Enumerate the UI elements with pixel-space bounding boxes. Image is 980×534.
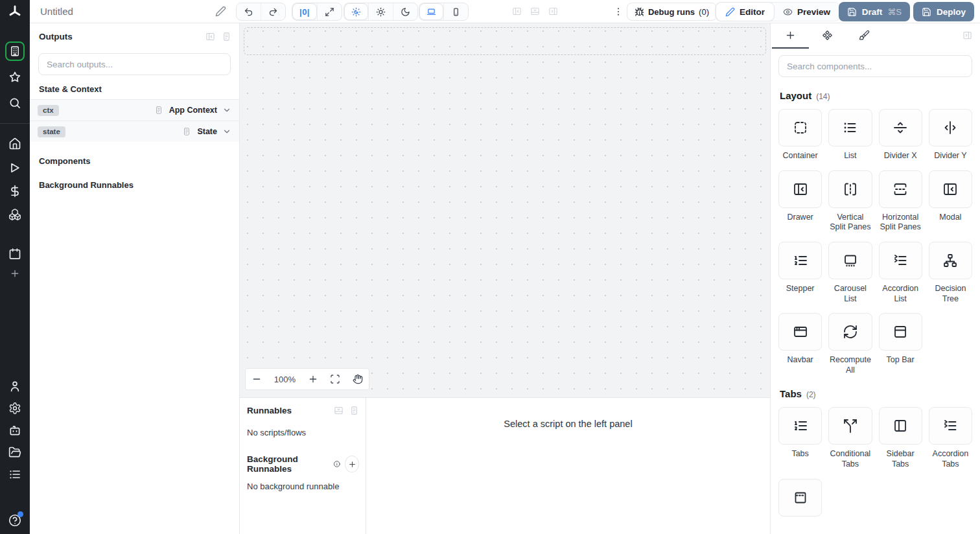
- component-tile-stepper[interactable]: Stepper: [778, 242, 822, 304]
- component-tile-horizontal-split[interactable]: Horizontal Split Panes: [879, 170, 922, 233]
- fullscreen-button[interactable]: [317, 3, 342, 20]
- component-tile-divider-y[interactable]: Divider Y: [929, 109, 972, 161]
- draft-button[interactable]: Draft ⌘S: [839, 2, 910, 21]
- desktop-view-button[interactable]: [419, 3, 443, 20]
- home-icon[interactable]: [8, 137, 21, 150]
- component-tile-vertical-split[interactable]: Vertical Split Panes: [828, 170, 872, 233]
- no-background-text: No background runnable: [247, 482, 359, 491]
- add-background-runnable-button[interactable]: [345, 456, 359, 472]
- container-icon: [793, 120, 808, 135]
- app-canvas[interactable]: 100%: [240, 23, 770, 397]
- redo-button[interactable]: [261, 3, 285, 20]
- component-tile-recompute-all[interactable]: Recompute All: [828, 313, 872, 375]
- tabs-icon: [793, 418, 808, 434]
- component-tile-top-bar[interactable]: Top Bar: [879, 313, 922, 375]
- debug-runs-count: (0): [699, 7, 709, 17]
- settings-gear-icon[interactable]: [8, 402, 21, 415]
- component-tile-tabs[interactable]: Tabs: [778, 407, 822, 469]
- more-menu-icon[interactable]: [613, 6, 624, 17]
- fit-to-screen-icon[interactable]: [330, 374, 340, 384]
- schedules-calendar-icon[interactable]: [8, 248, 21, 261]
- sidebar-item-apps-active[interactable]: [5, 41, 25, 61]
- zoom-out-minus-icon[interactable]: [251, 374, 262, 384]
- undo-icon: [244, 7, 253, 17]
- component-tile-navbar[interactable]: Navbar: [778, 313, 822, 375]
- modal-icon: [942, 181, 958, 197]
- navbar-icon: [793, 324, 808, 340]
- preview-eye-icon: [783, 7, 793, 17]
- zoom-in-plus-icon[interactable]: [308, 374, 318, 384]
- layout-section-title: Layout: [780, 90, 811, 101]
- canvas-top-drop-zone[interactable]: [244, 27, 766, 55]
- search-outputs-input[interactable]: [38, 53, 231, 75]
- deploy-button[interactable]: Deploy: [913, 2, 974, 21]
- windmill-logo-icon[interactable]: [7, 4, 23, 19]
- zoom-reset-button[interactable]: |0|: [292, 3, 317, 20]
- toggle-bottom-panel-icon[interactable]: [530, 6, 540, 16]
- search-components-input[interactable]: [778, 55, 972, 77]
- layout-components-grid: Container List Divider X Divider Y Drawe…: [771, 109, 980, 375]
- component-tile-list[interactable]: List: [828, 109, 872, 161]
- toggle-right-panel-icon[interactable]: [548, 6, 558, 16]
- panel-toggle-group: [512, 6, 558, 16]
- theme-dark-button[interactable]: [393, 3, 417, 20]
- save-icon: [847, 7, 857, 17]
- doc-icon: [154, 106, 163, 115]
- layout-section-count: (14): [816, 92, 830, 101]
- tab-insert-component[interactable]: [772, 23, 809, 49]
- drawer-icon: [793, 181, 808, 197]
- zoom-reset-glyph: |0|: [299, 7, 310, 17]
- mobile-view-button[interactable]: [443, 3, 468, 20]
- preview-tab[interactable]: Preview: [774, 3, 839, 21]
- component-tile-modal[interactable]: Modal: [929, 170, 972, 233]
- folders-icon[interactable]: [8, 446, 21, 459]
- draft-label: Draft: [862, 7, 883, 17]
- component-tile-container[interactable]: Container: [778, 109, 822, 161]
- debug-runs-label: Debug runs: [648, 7, 695, 17]
- runnables-doc-icon[interactable]: [349, 406, 359, 415]
- search-icon[interactable]: [8, 97, 21, 110]
- collapse-outputs-panel-icon[interactable]: [205, 32, 215, 41]
- component-tile-conditional-tabs[interactable]: Conditional Tabs: [828, 407, 872, 469]
- component-tile-accordion-tabs[interactable]: Accordion Tabs: [929, 407, 972, 469]
- output-row-state[interactable]: state State: [30, 121, 239, 142]
- resources-boxes-icon[interactable]: [8, 208, 21, 221]
- editor-tab[interactable]: Editor: [716, 3, 774, 21]
- component-tile-partial[interactable]: [778, 479, 822, 517]
- undo-button[interactable]: [237, 3, 261, 20]
- tab-component-settings[interactable]: [809, 23, 846, 49]
- outputs-doc-icon[interactable]: [222, 32, 231, 41]
- audit-list-icon[interactable]: [8, 468, 21, 481]
- component-tile-carousel-list[interactable]: Carousel List: [828, 242, 872, 304]
- toggle-left-panel-icon[interactable]: [512, 6, 522, 16]
- component-tile-drawer[interactable]: Drawer: [778, 170, 822, 233]
- component-tile-accordion-list[interactable]: Accordion List: [879, 242, 922, 304]
- component-tile-divider-x[interactable]: Divider X: [879, 109, 922, 161]
- ctx-type-label: App Context: [169, 106, 217, 115]
- collapse-bottom-panel-icon[interactable]: [334, 406, 344, 415]
- theme-light-button[interactable]: [368, 3, 393, 20]
- collapse-right-panel-icon[interactable]: [962, 30, 972, 40]
- preview-label: Preview: [797, 7, 830, 17]
- no-scripts-text: No scripts/flows: [247, 428, 359, 437]
- undo-redo-group: [236, 3, 286, 21]
- zoom-level: 100%: [274, 375, 296, 384]
- variables-dollar-icon[interactable]: [8, 185, 21, 198]
- editor-preview-toggle: Editor Preview: [715, 2, 841, 21]
- component-tile-sidebar-tabs[interactable]: Sidebar Tabs: [879, 407, 922, 469]
- workers-bot-icon[interactable]: [8, 424, 21, 437]
- output-row-ctx[interactable]: ctx App Context: [30, 99, 239, 121]
- recompute-refresh-icon: [843, 324, 858, 340]
- theme-auto-button[interactable]: [344, 3, 368, 20]
- user-icon[interactable]: [8, 380, 21, 393]
- select-script-hint: Select a script on the left panel: [366, 398, 770, 534]
- help-button[interactable]: [8, 513, 22, 528]
- rename-pencil-icon[interactable]: [215, 6, 226, 17]
- component-tile-decision-tree[interactable]: Decision Tree: [929, 242, 972, 304]
- favorites-star-icon[interactable]: [8, 71, 21, 84]
- sidebar-plus-icon[interactable]: [10, 268, 20, 279]
- runs-play-icon[interactable]: [8, 161, 21, 174]
- pan-hand-icon[interactable]: [353, 374, 363, 384]
- debug-runs-button[interactable]: Debug runs (0): [627, 3, 717, 21]
- tab-styling[interactable]: [846, 23, 883, 49]
